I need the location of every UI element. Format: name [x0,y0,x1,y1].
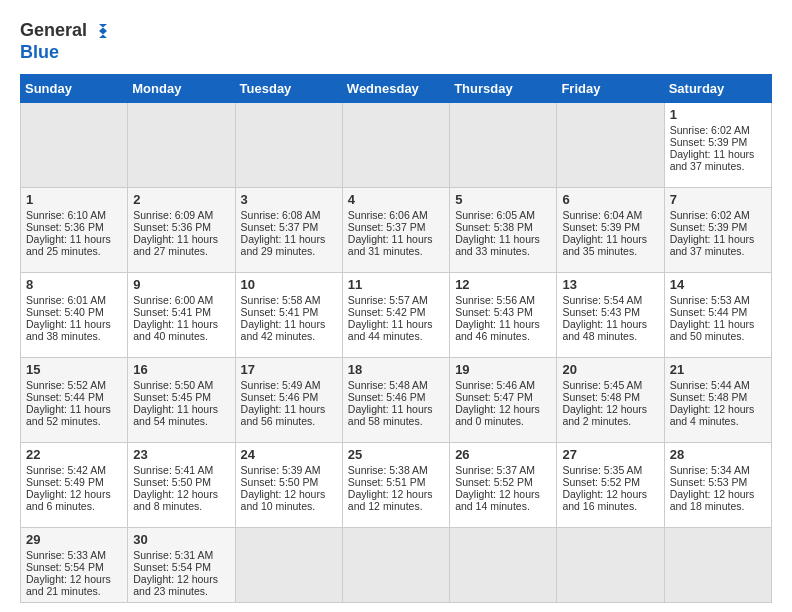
day-number: 8 [26,277,122,292]
daylight-text: Daylight: 12 hours and 16 minutes. [562,488,647,512]
sunset-text: Sunset: 5:47 PM [455,391,533,403]
calendar-cell: 16Sunrise: 5:50 AMSunset: 5:45 PMDayligh… [128,357,235,442]
day-number: 1 [26,192,122,207]
logo-mark: General Blue [20,20,111,64]
sunrise-text: Sunrise: 5:56 AM [455,294,535,306]
daylight-text: Daylight: 11 hours and 37 minutes. [670,148,755,172]
day-number: 5 [455,192,551,207]
sunrise-text: Sunrise: 5:44 AM [670,379,750,391]
sunrise-text: Sunrise: 5:57 AM [348,294,428,306]
daylight-text: Daylight: 12 hours and 21 minutes. [26,573,111,597]
sunset-text: Sunset: 5:51 PM [348,476,426,488]
sunrise-text: Sunrise: 6:02 AM [670,209,750,221]
day-number: 23 [133,447,229,462]
calendar-cell [342,102,449,187]
sunset-text: Sunset: 5:44 PM [670,306,748,318]
sunset-text: Sunset: 5:43 PM [562,306,640,318]
sunset-text: Sunset: 5:48 PM [670,391,748,403]
day-number: 2 [133,192,229,207]
calendar-cell: 8Sunrise: 6:01 AMSunset: 5:40 PMDaylight… [21,272,128,357]
day-number: 4 [348,192,444,207]
sunset-text: Sunset: 5:38 PM [455,221,533,233]
sunset-text: Sunset: 5:37 PM [348,221,426,233]
calendar-cell: 7Sunrise: 6:02 AMSunset: 5:39 PMDaylight… [664,187,771,272]
calendar-cell: 27Sunrise: 5:35 AMSunset: 5:52 PMDayligh… [557,442,664,527]
sunset-text: Sunset: 5:41 PM [133,306,211,318]
daylight-text: Daylight: 11 hours and 56 minutes. [241,403,326,427]
calendar-cell: 20Sunrise: 5:45 AMSunset: 5:48 PMDayligh… [557,357,664,442]
day-number: 21 [670,362,766,377]
sunrise-text: Sunrise: 6:01 AM [26,294,106,306]
sunset-text: Sunset: 5:42 PM [348,306,426,318]
day-number: 29 [26,532,122,547]
sunrise-text: Sunrise: 5:45 AM [562,379,642,391]
calendar-cell: 24Sunrise: 5:39 AMSunset: 5:50 PMDayligh… [235,442,342,527]
sunrise-text: Sunrise: 5:52 AM [26,379,106,391]
calendar-cell [664,527,771,602]
sunrise-text: Sunrise: 5:53 AM [670,294,750,306]
daylight-text: Daylight: 11 hours and 38 minutes. [26,318,111,342]
calendar-day-header: Monday [128,74,235,102]
daylight-text: Daylight: 12 hours and 18 minutes. [670,488,755,512]
sunrise-text: Sunrise: 6:04 AM [562,209,642,221]
logo-arrow-icon [89,20,111,42]
sunset-text: Sunset: 5:45 PM [133,391,211,403]
sunset-text: Sunset: 5:53 PM [670,476,748,488]
calendar-cell: 23Sunrise: 5:41 AMSunset: 5:50 PMDayligh… [128,442,235,527]
calendar-cell: 17Sunrise: 5:49 AMSunset: 5:46 PMDayligh… [235,357,342,442]
sunrise-text: Sunrise: 5:46 AM [455,379,535,391]
sunrise-text: Sunrise: 5:42 AM [26,464,106,476]
day-number: 18 [348,362,444,377]
sunrise-text: Sunrise: 5:38 AM [348,464,428,476]
sunset-text: Sunset: 5:37 PM [241,221,319,233]
calendar-day-header: Sunday [21,74,128,102]
sunrise-text: Sunrise: 6:09 AM [133,209,213,221]
calendar-cell: 1Sunrise: 6:02 AMSunset: 5:39 PMDaylight… [664,102,771,187]
day-number: 3 [241,192,337,207]
calendar-cell: 2Sunrise: 6:09 AMSunset: 5:36 PMDaylight… [128,187,235,272]
calendar-cell: 26Sunrise: 5:37 AMSunset: 5:52 PMDayligh… [450,442,557,527]
calendar-cell: 13Sunrise: 5:54 AMSunset: 5:43 PMDayligh… [557,272,664,357]
calendar-cell: 14Sunrise: 5:53 AMSunset: 5:44 PMDayligh… [664,272,771,357]
day-number: 14 [670,277,766,292]
svg-marker-0 [99,24,107,38]
day-number: 25 [348,447,444,462]
sunrise-text: Sunrise: 6:02 AM [670,124,750,136]
calendar-cell: 28Sunrise: 5:34 AMSunset: 5:53 PMDayligh… [664,442,771,527]
calendar-day-header: Friday [557,74,664,102]
sunset-text: Sunset: 5:54 PM [26,561,104,573]
sunrise-text: Sunrise: 5:49 AM [241,379,321,391]
sunset-text: Sunset: 5:36 PM [26,221,104,233]
sunset-text: Sunset: 5:36 PM [133,221,211,233]
calendar-cell [342,527,449,602]
sunset-text: Sunset: 5:48 PM [562,391,640,403]
sunrise-text: Sunrise: 5:33 AM [26,549,106,561]
calendar-cell: 22Sunrise: 5:42 AMSunset: 5:49 PMDayligh… [21,442,128,527]
calendar-cell: 15Sunrise: 5:52 AMSunset: 5:44 PMDayligh… [21,357,128,442]
day-number: 16 [133,362,229,377]
sunrise-text: Sunrise: 5:37 AM [455,464,535,476]
daylight-text: Daylight: 11 hours and 52 minutes. [26,403,111,427]
sunrise-text: Sunrise: 5:39 AM [241,464,321,476]
sunset-text: Sunset: 5:46 PM [348,391,426,403]
sunset-text: Sunset: 5:52 PM [455,476,533,488]
daylight-text: Daylight: 12 hours and 10 minutes. [241,488,326,512]
daylight-text: Daylight: 11 hours and 58 minutes. [348,403,433,427]
day-number: 30 [133,532,229,547]
calendar-cell [21,102,128,187]
daylight-text: Daylight: 11 hours and 29 minutes. [241,233,326,257]
daylight-text: Daylight: 12 hours and 4 minutes. [670,403,755,427]
calendar-day-header: Wednesday [342,74,449,102]
sunrise-text: Sunrise: 5:31 AM [133,549,213,561]
daylight-text: Daylight: 11 hours and 42 minutes. [241,318,326,342]
day-number: 19 [455,362,551,377]
daylight-text: Daylight: 11 hours and 54 minutes. [133,403,218,427]
daylight-text: Daylight: 11 hours and 33 minutes. [455,233,540,257]
logo: General Blue [20,20,111,64]
day-number: 6 [562,192,658,207]
calendar-day-header: Tuesday [235,74,342,102]
sunrise-text: Sunrise: 5:50 AM [133,379,213,391]
daylight-text: Daylight: 12 hours and 0 minutes. [455,403,540,427]
day-number: 26 [455,447,551,462]
calendar-day-header: Thursday [450,74,557,102]
